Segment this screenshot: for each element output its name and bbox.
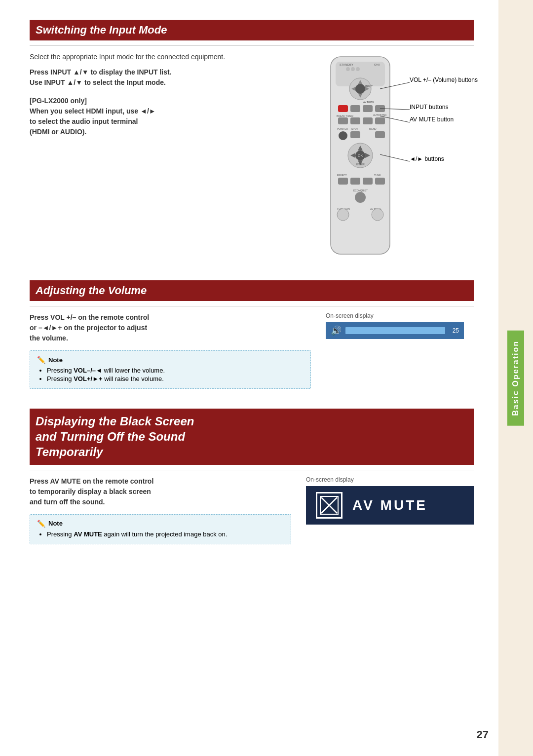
note-pencil-icon: ✏️ xyxy=(37,356,45,364)
svg-rect-31 xyxy=(375,131,385,138)
svg-text:SPOT: SPOT xyxy=(351,127,358,130)
arrows-label: ◄/► buttons xyxy=(410,155,444,162)
svg-point-4 xyxy=(356,67,360,71)
svg-text:AV MUTE: AV MUTE xyxy=(363,101,375,104)
svg-rect-44 xyxy=(363,178,373,185)
svg-rect-16 xyxy=(350,105,360,112)
av-mute-display: AV MUTE xyxy=(306,486,474,525)
volume-bar xyxy=(345,327,445,334)
section2-header: Adjusting the Volume xyxy=(30,280,474,301)
svg-point-50 xyxy=(337,209,349,221)
section3-note: ✏️ Note Pressing AV MUTE again will turn… xyxy=(30,514,291,544)
svg-text:BREAK TIMER: BREAK TIMER xyxy=(337,114,353,117)
svg-text:ECO+QUIET: ECO+QUIET xyxy=(353,189,368,192)
section1-instr1: Press INPUT ▲/▼ to display the INPUT lis… xyxy=(30,67,291,88)
section2-title: Adjusting the Volume xyxy=(36,284,468,297)
vol-label: VOL +/– (Volume) buttons xyxy=(410,76,478,83)
svg-point-3 xyxy=(351,67,355,71)
svg-text:ON I: ON I xyxy=(374,63,381,66)
svg-rect-24 xyxy=(375,117,385,124)
section3-instructions: Press AV MUTE on the remote controlto te… xyxy=(30,476,291,507)
section-black-screen: Displaying the Black Screen and Turning … xyxy=(30,409,474,544)
note2-item2: Pressing VOL+/►+ will raise the volume. xyxy=(47,375,304,382)
av-mute-icon-box xyxy=(316,492,343,519)
svg-rect-21 xyxy=(338,117,348,124)
svg-text:EFFECT: EFFECT xyxy=(337,174,346,177)
svg-rect-30 xyxy=(350,131,360,138)
section3-left: Press AV MUTE on the remote controlto te… xyxy=(30,476,291,544)
svg-text:INPUT: INPUT xyxy=(365,85,373,88)
section-switching-input: Switching the Input Mode Select the appr… xyxy=(30,20,474,265)
av-mute-icon xyxy=(319,495,339,515)
svg-point-51 xyxy=(372,209,383,221)
svg-rect-22 xyxy=(350,117,360,124)
section3-note-list: Pressing AV MUTE again will turn the pro… xyxy=(37,530,284,538)
section2-instructions: Press VOL +/– on the remote controlor –◄… xyxy=(30,312,311,343)
section2-left: Press VOL +/– on the remote controlor –◄… xyxy=(30,312,311,389)
svg-rect-17 xyxy=(363,105,373,112)
section2-body: Press VOL +/– on the remote controlor –◄… xyxy=(30,312,474,389)
side-tab-label: Basic Operation xyxy=(507,331,524,426)
svg-point-47 xyxy=(355,192,366,203)
svg-text:AUTOSYNC: AUTOSYNC xyxy=(373,113,387,116)
svg-text:POINTER: POINTER xyxy=(337,127,348,130)
speaker-icon: 🔊 xyxy=(331,325,342,336)
section2-note: ✏️ Note Pressing VOL–/–◄ will lower the … xyxy=(30,350,311,389)
side-tab: Basic Operation xyxy=(498,0,533,756)
svg-text:ENTER: ENTER xyxy=(356,163,365,166)
svg-point-14 xyxy=(355,84,365,94)
svg-text:TUNE: TUNE xyxy=(374,174,381,177)
onscreen-label-av: On-screen display xyxy=(306,476,474,483)
note2-item1: Pressing VOL–/–◄ will lower the volume. xyxy=(47,367,304,374)
section1-note-title: [PG-LX2000 only] When you select HDMI in… xyxy=(30,96,291,137)
section3-title: Displaying the Black Screen and Turning … xyxy=(36,414,468,460)
av-mute-label-text: AV MUTE xyxy=(352,497,427,513)
input-label: INPUT buttons xyxy=(410,104,448,111)
section3-body: Press AV MUTE on the remote controlto te… xyxy=(30,476,474,544)
svg-text:MENU: MENU xyxy=(369,127,377,130)
section2-note-list: Pressing VOL–/–◄ will lower the volume. … xyxy=(37,367,304,382)
section2-right: On-screen display 🔊 25 xyxy=(326,312,474,389)
section1-note: [PG-LX2000 only] When you select HDMI in… xyxy=(30,96,291,137)
svg-text:STANDBY: STANDBY xyxy=(340,63,353,66)
svg-point-2 xyxy=(346,67,350,71)
section1-left: Select the appropriate Input mode for th… xyxy=(30,52,291,265)
note2-title: ✏️ Note xyxy=(37,356,304,364)
section1-body: Select the appropriate Input mode for th… xyxy=(30,52,291,62)
section3-header: Displaying the Black Screen and Turning … xyxy=(30,409,474,465)
onscreen-label-vol: On-screen display xyxy=(326,312,474,319)
svg-rect-15 xyxy=(338,105,348,112)
volume-display: 🔊 25 xyxy=(326,322,464,339)
section1-title: Switching the Input Mode xyxy=(36,24,468,37)
note3-title: ✏️ Note xyxy=(37,520,284,528)
remote-area: STANDBY ON I + INPUT xyxy=(306,52,474,265)
svg-rect-45 xyxy=(375,178,385,185)
note3-pencil-icon: ✏️ xyxy=(37,520,45,528)
svg-text:OK: OK xyxy=(358,154,363,157)
volume-number: 25 xyxy=(449,327,459,334)
svg-rect-23 xyxy=(363,117,373,124)
remote-svg: STANDBY ON I + INPUT xyxy=(316,52,405,264)
svg-rect-42 xyxy=(338,178,348,185)
main-content: Switching the Input Mode Select the appr… xyxy=(0,0,498,756)
svg-point-29 xyxy=(339,131,347,140)
svg-rect-18 xyxy=(375,105,385,112)
svg-rect-43 xyxy=(350,178,360,185)
section-adjusting-volume: Adjusting the Volume Press VOL +/– on th… xyxy=(30,280,474,389)
section1-header: Switching the Input Mode xyxy=(30,20,474,40)
section3-right: On-screen display AV MUTE xyxy=(306,476,474,544)
page-number: 27 xyxy=(477,728,489,741)
note3-item1: Pressing AV MUTE again will turn the pro… xyxy=(47,530,284,538)
av-mute-label: AV MUTE button xyxy=(410,116,454,123)
